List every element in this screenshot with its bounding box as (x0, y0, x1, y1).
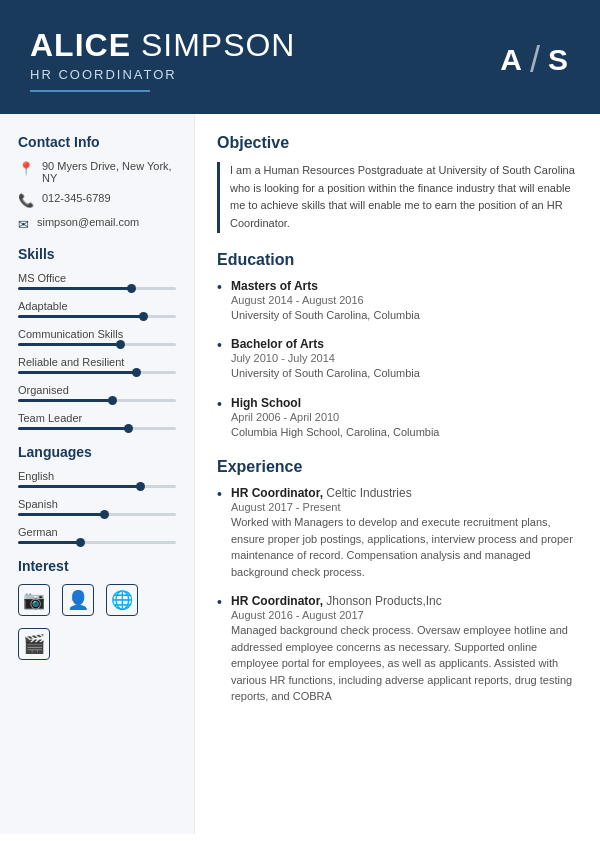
last-name: SIMPSON (141, 27, 296, 63)
skill-item: Reliable and Resilient (18, 356, 176, 374)
skill-bar-fill (18, 371, 137, 374)
header: ALICE SIMPSON HR COORDINATOR A / S (0, 0, 600, 114)
skill-item: MS Office (18, 272, 176, 290)
education-item: Bachelor of Arts July 2010 - July 2014 U… (217, 337, 578, 382)
exp-title: HR Coordinator, Jhonson Products,Inc (231, 594, 578, 608)
phone-text: 012-345-6789 (42, 192, 111, 204)
exp-description: Worked with Managers to develop and exec… (231, 514, 578, 580)
interest-icons: 📷 👤 🌐 🎬 (18, 584, 176, 660)
edu-date: July 2010 - July 2014 (231, 352, 578, 364)
education-item: High School April 2006 - April 2010 Colu… (217, 396, 578, 441)
location-icon: 📍 (18, 161, 34, 176)
exp-date: August 2017 - Present (231, 501, 578, 513)
languages-section-title: Languages (18, 444, 176, 460)
exp-title: HR Coordinator, Celtic Industries (231, 486, 578, 500)
exp-description: Managed background check process. Oversa… (231, 622, 578, 705)
skill-item: Organised (18, 384, 176, 402)
address-text: 90 Myers Drive, New York, NY (42, 160, 176, 184)
monogram-slash: / (530, 39, 542, 81)
language-bar-bg (18, 513, 176, 516)
skill-item: Team Leader (18, 412, 176, 430)
header-monogram: A / S (500, 39, 570, 81)
edu-institution: University of South Carolina, Columbia (231, 307, 578, 324)
monogram-a: A (500, 43, 524, 77)
skill-item: Adaptable (18, 300, 176, 318)
header-divider (30, 90, 150, 92)
edu-degree: High School (231, 396, 578, 410)
skill-bar-fill (18, 427, 129, 430)
language-item: German (18, 526, 176, 544)
main-layout: Contact Info 📍 90 Myers Drive, New York,… (0, 114, 600, 834)
globe-icon: 🌐 (106, 584, 138, 616)
language-bar-bg (18, 485, 176, 488)
contact-phone: 📞 012-345-6789 (18, 192, 176, 208)
video-icon: 🎬 (18, 628, 50, 660)
objective-title: Objective (217, 134, 578, 152)
exp-company: Jhonson Products,Inc (326, 594, 441, 608)
language-bar-fill (18, 541, 81, 544)
skill-bar-bg (18, 343, 176, 346)
header-title: HR COORDINATOR (30, 67, 295, 82)
skill-label: Organised (18, 384, 176, 396)
skill-bar-fill (18, 343, 121, 346)
languages-list: English Spanish German (18, 470, 176, 544)
person-icon: 👤 (62, 584, 94, 616)
sidebar: Contact Info 📍 90 Myers Drive, New York,… (0, 114, 195, 834)
phone-icon: 📞 (18, 193, 34, 208)
contact-address: 📍 90 Myers Drive, New York, NY (18, 160, 176, 184)
header-left: ALICE SIMPSON HR COORDINATOR (30, 28, 295, 92)
exp-date: August 2016 - August 2017 (231, 609, 578, 621)
skill-label: Team Leader (18, 412, 176, 424)
contact-section-title: Contact Info (18, 134, 176, 150)
skill-bar-fill (18, 315, 144, 318)
language-bar-fill (18, 513, 105, 516)
email-text: simpson@email.com (37, 216, 139, 228)
exp-company: Celtic Industries (326, 486, 411, 500)
camera-icon: 📷 (18, 584, 50, 616)
first-name: ALICE (30, 27, 131, 63)
content-area: Objective I am a Human Resources Postgra… (195, 114, 600, 834)
skills-list: MS Office Adaptable Communication Skills… (18, 272, 176, 430)
language-bar-fill (18, 485, 141, 488)
edu-degree: Bachelor of Arts (231, 337, 578, 351)
edu-institution: Columbia High School, Carolina, Columbia (231, 424, 578, 441)
edu-institution: University of South Carolina, Columbia (231, 365, 578, 382)
experience-title: Experience (217, 458, 578, 476)
skill-bar-fill (18, 399, 113, 402)
edu-date: August 2014 - August 2016 (231, 294, 578, 306)
skill-item: Communication Skills (18, 328, 176, 346)
email-icon: ✉ (18, 217, 29, 232)
education-item: Masters of Arts August 2014 - August 201… (217, 279, 578, 324)
language-item: Spanish (18, 498, 176, 516)
interest-section-title: Interest (18, 558, 176, 574)
skill-label: Communication Skills (18, 328, 176, 340)
monogram-s: S (548, 43, 570, 77)
objective-text: I am a Human Resources Postgraduate at U… (217, 162, 578, 232)
language-label: Spanish (18, 498, 176, 510)
education-list: Masters of Arts August 2014 - August 201… (217, 279, 578, 441)
skill-label: Adaptable (18, 300, 176, 312)
skill-bar-bg (18, 371, 176, 374)
skills-section-title: Skills (18, 246, 176, 262)
skill-label: Reliable and Resilient (18, 356, 176, 368)
skill-bar-bg (18, 315, 176, 318)
language-label: English (18, 470, 176, 482)
skill-bar-fill (18, 287, 132, 290)
skill-bar-bg (18, 287, 176, 290)
language-bar-bg (18, 541, 176, 544)
experience-item: HR Coordinator, Celtic Industries August… (217, 486, 578, 580)
edu-degree: Masters of Arts (231, 279, 578, 293)
experience-list: HR Coordinator, Celtic Industries August… (217, 486, 578, 705)
edu-date: April 2006 - April 2010 (231, 411, 578, 423)
skill-label: MS Office (18, 272, 176, 284)
skill-bar-bg (18, 399, 176, 402)
skill-bar-bg (18, 427, 176, 430)
header-name: ALICE SIMPSON (30, 28, 295, 63)
language-label: German (18, 526, 176, 538)
contact-email: ✉ simpson@email.com (18, 216, 176, 232)
experience-item: HR Coordinator, Jhonson Products,Inc Aug… (217, 594, 578, 705)
education-title: Education (217, 251, 578, 269)
language-item: English (18, 470, 176, 488)
